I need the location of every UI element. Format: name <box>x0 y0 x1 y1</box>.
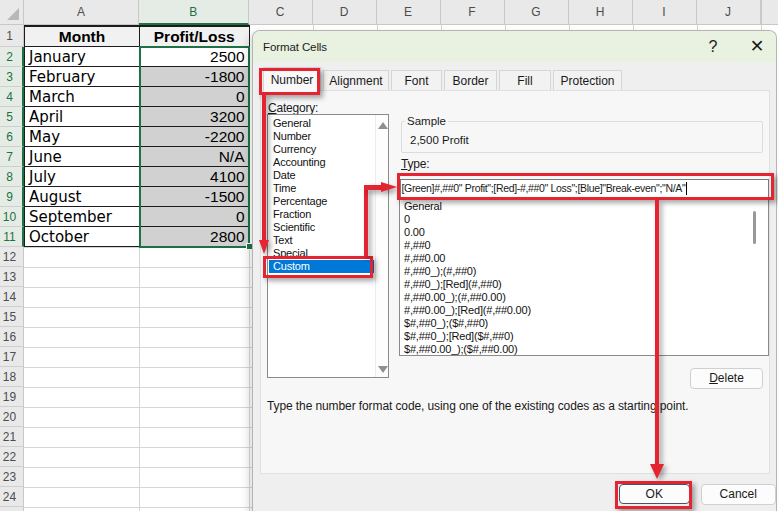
cell-month[interactable]: September <box>24 207 140 227</box>
tab[interactable]: Alignment <box>323 70 389 91</box>
category-item[interactable]: Scientific <box>269 221 374 234</box>
column-header[interactable]: E <box>377 0 441 25</box>
category-item[interactable]: General <box>269 117 374 130</box>
row-header[interactable]: 3 <box>0 67 24 87</box>
format-code-item[interactable]: $#,##0_);[Red]($#,##0) <box>404 330 752 343</box>
scroll-down-icon[interactable] <box>378 366 388 373</box>
tab[interactable]: Number <box>263 67 321 92</box>
cell-month[interactable]: June <box>24 147 140 167</box>
row-header[interactable]: 7 <box>0 147 24 167</box>
cell-value[interactable]: 2800 <box>139 227 250 247</box>
format-code-item[interactable]: General <box>404 200 752 213</box>
category-item[interactable]: Text <box>269 234 374 247</box>
category-item[interactable]: Time <box>269 182 374 195</box>
row-header[interactable]: 14 <box>0 287 24 307</box>
column-header[interactable]: I <box>633 0 697 25</box>
row-header[interactable]: 21 <box>0 427 24 447</box>
tab[interactable]: Protection <box>553 70 622 91</box>
row-header[interactable]: 18 <box>0 367 24 387</box>
select-all-corner[interactable] <box>0 0 24 25</box>
cell-month[interactable]: May <box>24 127 140 147</box>
category-item[interactable]: Fraction <box>269 208 374 221</box>
row-header[interactable]: 24 <box>0 487 24 507</box>
cell-B1[interactable]: Profit/Loss <box>139 25 250 47</box>
row-header[interactable]: 4 <box>0 87 24 107</box>
row-header[interactable]: 8 <box>0 167 24 187</box>
column-header[interactable]: D <box>313 0 377 25</box>
scroll-up-icon[interactable] <box>378 122 388 129</box>
cell-value[interactable]: 0 <box>139 87 250 107</box>
ok-button[interactable]: OK <box>619 484 690 504</box>
category-item[interactable]: Special <box>269 247 374 260</box>
column-header[interactable]: J <box>697 0 761 25</box>
row-header[interactable]: 1 <box>0 25 24 47</box>
column-header[interactable]: A <box>24 0 139 25</box>
empty-grid[interactable] <box>24 247 253 511</box>
column-header[interactable]: C <box>249 0 313 25</box>
format-list-scrollbar[interactable] <box>753 211 757 244</box>
column-header[interactable]: B <box>139 0 249 25</box>
row-header[interactable]: 12 <box>0 247 24 267</box>
column-header[interactable]: G <box>505 0 569 25</box>
delete-button[interactable]: Delete <box>690 368 763 390</box>
cell-month[interactable]: January <box>24 47 140 67</box>
cell-value[interactable]: 0 <box>139 207 250 227</box>
row-header[interactable]: 19 <box>0 387 24 407</box>
cell-month[interactable]: March <box>24 87 140 107</box>
category-scrollbar[interactable] <box>375 115 388 377</box>
category-item[interactable]: Custom <box>269 260 374 273</box>
tab[interactable]: Font <box>391 70 442 91</box>
category-item[interactable]: Accounting <box>269 156 374 169</box>
cell-month[interactable]: July <box>24 167 140 187</box>
row-header[interactable]: 16 <box>0 327 24 347</box>
cell-month[interactable]: October <box>24 227 140 247</box>
format-code-item[interactable]: #,##0.00_);(#,##0.00) <box>404 291 752 304</box>
cell-value[interactable]: N/A <box>139 147 250 167</box>
format-code-item[interactable]: 0.00 <box>404 226 752 239</box>
tab[interactable]: Border <box>444 70 497 91</box>
tab[interactable]: Fill <box>499 70 551 91</box>
row-header[interactable]: 23 <box>0 467 24 487</box>
category-listbox[interactable]: GeneralNumberCurrencyAccountingDateTimeP… <box>267 114 389 378</box>
format-code-item[interactable]: 0 <box>404 213 752 226</box>
help-button[interactable]: ? <box>705 31 721 62</box>
cell-value[interactable]: -2200 <box>139 127 250 147</box>
format-code-item[interactable]: $#,##0_);($#,##0) <box>404 317 752 330</box>
cell-value[interactable]: 2500 <box>139 47 250 67</box>
column-header[interactable]: F <box>441 0 505 25</box>
cell-month[interactable]: April <box>24 107 140 127</box>
cell-month[interactable]: February <box>24 67 140 87</box>
row-header[interactable]: 2 <box>0 47 24 67</box>
format-code-item[interactable]: #,##0 <box>404 239 752 252</box>
cell-A1[interactable]: Month <box>24 25 140 47</box>
row-header[interactable]: 15 <box>0 307 24 327</box>
cell-value[interactable]: 4100 <box>139 167 250 187</box>
column-header[interactable]: H <box>569 0 633 25</box>
format-code-item[interactable]: #,##0.00_);[Red](#,##0.00) <box>404 304 752 317</box>
category-item[interactable]: Currency <box>269 143 374 156</box>
cell-month[interactable]: August <box>24 187 140 207</box>
row-header[interactable]: 22 <box>0 447 24 467</box>
format-code-item[interactable]: #,##0_);[Red](#,##0) <box>404 278 752 291</box>
format-codes-listbox[interactable]: General00.00#,##0#,##0.00#,##0_);(#,##0)… <box>399 199 769 356</box>
row-header[interactable]: 13 <box>0 267 24 287</box>
category-item[interactable]: Number <box>269 130 374 143</box>
cancel-button[interactable]: Cancel <box>701 484 776 505</box>
row-header[interactable]: 5 <box>0 107 24 127</box>
close-button[interactable]: ✕ <box>746 31 768 62</box>
cell-value[interactable]: -1500 <box>139 187 250 207</box>
row-header[interactable]: 10 <box>0 207 24 227</box>
category-item[interactable]: Date <box>269 169 374 182</box>
row-header[interactable]: 6 <box>0 127 24 147</box>
format-code-item[interactable]: #,##0_);(#,##0) <box>404 265 752 278</box>
row-header[interactable]: 20 <box>0 407 24 427</box>
cell-value[interactable]: 3200 <box>139 107 250 127</box>
category-item[interactable]: Percentage <box>269 195 374 208</box>
type-input[interactable]: [Green]#,##0" Profit";[Red]-#,##0" Loss"… <box>400 179 769 198</box>
row-header[interactable]: 9 <box>0 187 24 207</box>
row-header[interactable]: 11 <box>0 227 24 247</box>
row-header[interactable]: 17 <box>0 347 24 367</box>
cell-value[interactable]: -1800 <box>139 67 250 87</box>
format-code-item[interactable]: $#,##0.00_);($#,##0.00) <box>404 343 752 356</box>
format-code-item[interactable]: #,##0.00 <box>404 252 752 265</box>
